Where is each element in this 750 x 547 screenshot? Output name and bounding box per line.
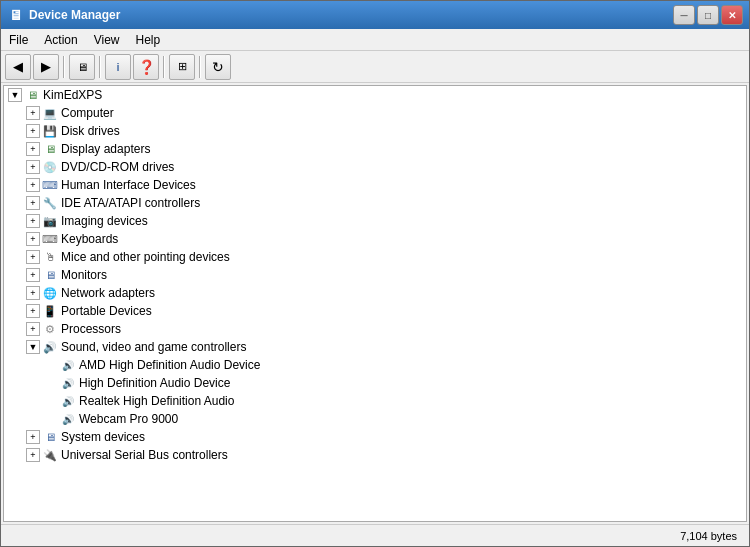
window-title: Device Manager — [29, 8, 120, 22]
monitors-icon: 🖥 — [42, 267, 58, 283]
disk-icon: 💾 — [42, 123, 58, 139]
amd-audio-label: AMD High Definition Audio Device — [79, 358, 260, 372]
disk-expand-icon[interactable]: + — [26, 124, 40, 138]
toolbar: ◀ ▶ 🖥 i ❓ ⊞ ↻ — [1, 51, 749, 83]
portable-expand-icon[interactable]: + — [26, 304, 40, 318]
tree-item-hid[interactable]: + ⌨ Human Interface Devices — [4, 176, 746, 194]
tree-item-imaging[interactable]: + 📷 Imaging devices — [4, 212, 746, 230]
sound-label: Sound, video and game controllers — [61, 340, 246, 354]
tree-item-amd-audio[interactable]: 🔊 AMD High Definition Audio Device — [4, 356, 746, 374]
title-buttons: ─ □ ✕ — [673, 5, 743, 25]
tree-panel[interactable]: ▼ 🖥 KimEdXPS + 💻 Computer + 💾 Disk drive… — [3, 85, 747, 522]
tree-item-display[interactable]: + 🖥 Display adapters — [4, 140, 746, 158]
monitors-expand-icon[interactable]: + — [26, 268, 40, 282]
tree-item-keyboards[interactable]: + ⌨ Keyboards — [4, 230, 746, 248]
close-button[interactable]: ✕ — [721, 5, 743, 25]
menu-bar: File Action View Help — [1, 29, 749, 51]
usb-icon: 🔌 — [42, 447, 58, 463]
refresh-button[interactable]: ↻ — [205, 54, 231, 80]
computer-icon: 💻 — [42, 105, 58, 121]
portable-label: Portable Devices — [61, 304, 152, 318]
help-button[interactable]: ❓ — [133, 54, 159, 80]
computer-label: Computer — [61, 106, 114, 120]
system-expand-icon[interactable]: + — [26, 430, 40, 444]
tree-item-sound[interactable]: ▼ 🔊 Sound, video and game controllers — [4, 338, 746, 356]
amd-audio-icon: 🔊 — [60, 357, 76, 373]
title-bar: 🖥 Device Manager ─ □ ✕ — [1, 1, 749, 29]
mice-expand-icon[interactable]: + — [26, 250, 40, 264]
sound-expand-icon[interactable]: ▼ — [26, 340, 40, 354]
keyboards-expand-icon[interactable]: + — [26, 232, 40, 246]
dvd-label: DVD/CD-ROM drives — [61, 160, 174, 174]
dvd-expand-icon[interactable]: + — [26, 160, 40, 174]
hid-icon: ⌨ — [42, 177, 58, 193]
menu-action[interactable]: Action — [36, 29, 85, 50]
root-icon: 🖥 — [24, 87, 40, 103]
processors-label: Processors — [61, 322, 121, 336]
tree-item-mice[interactable]: + 🖱 Mice and other pointing devices — [4, 248, 746, 266]
hid-expand-icon[interactable]: + — [26, 178, 40, 192]
tree-root[interactable]: ▼ 🖥 KimEdXPS — [4, 86, 746, 104]
ide-icon: 🔧 — [42, 195, 58, 211]
root-expand-icon[interactable]: ▼ — [8, 88, 22, 102]
tree-item-disk[interactable]: + 💾 Disk drives — [4, 122, 746, 140]
tree-item-webcam[interactable]: 🔊 Webcam Pro 9000 — [4, 410, 746, 428]
menu-view[interactable]: View — [86, 29, 128, 50]
tree-item-monitors[interactable]: + 🖥 Monitors — [4, 266, 746, 284]
tree-item-network[interactable]: + 🌐 Network adapters — [4, 284, 746, 302]
network-expand-icon[interactable]: + — [26, 286, 40, 300]
sound-icon: 🔊 — [42, 339, 58, 355]
forward-button[interactable]: ▶ — [33, 54, 59, 80]
root-label: KimEdXPS — [43, 88, 102, 102]
imaging-icon: 📷 — [42, 213, 58, 229]
window-icon: 🖥 — [9, 7, 23, 23]
menu-help[interactable]: Help — [128, 29, 169, 50]
back-button[interactable]: ◀ — [5, 54, 31, 80]
usb-label: Universal Serial Bus controllers — [61, 448, 228, 462]
tree-item-computer[interactable]: + 💻 Computer — [4, 104, 746, 122]
up-button[interactable]: 🖥 — [69, 54, 95, 80]
keyboards-label: Keyboards — [61, 232, 118, 246]
toolbar-separator-1 — [63, 56, 65, 78]
webcam-label: Webcam Pro 9000 — [79, 412, 178, 426]
disk-label: Disk drives — [61, 124, 120, 138]
dvd-icon: 💿 — [42, 159, 58, 175]
processors-expand-icon[interactable]: + — [26, 322, 40, 336]
tree-item-processors[interactable]: + ⚙ Processors — [4, 320, 746, 338]
imaging-expand-icon[interactable]: + — [26, 214, 40, 228]
system-label: System devices — [61, 430, 145, 444]
tree-item-dvd[interactable]: + 💿 DVD/CD-ROM drives — [4, 158, 746, 176]
title-bar-left: 🖥 Device Manager — [9, 7, 120, 23]
processors-icon: ⚙ — [42, 321, 58, 337]
main-area: ▼ 🖥 KimEdXPS + 💻 Computer + 💾 Disk drive… — [1, 83, 749, 524]
tree-item-portable[interactable]: + 📱 Portable Devices — [4, 302, 746, 320]
tree-item-realtek[interactable]: 🔊 Realtek High Definition Audio — [4, 392, 746, 410]
monitors-label: Monitors — [61, 268, 107, 282]
minimize-button[interactable]: ─ — [673, 5, 695, 25]
ide-expand-icon[interactable]: + — [26, 196, 40, 210]
display-label: Display adapters — [61, 142, 150, 156]
webcam-icon: 🔊 — [60, 411, 76, 427]
usb-expand-icon[interactable]: + — [26, 448, 40, 462]
tree-item-hd-audio[interactable]: 🔊 High Definition Audio Device — [4, 374, 746, 392]
tree-item-ide[interactable]: + 🔧 IDE ATA/ATAPI controllers — [4, 194, 746, 212]
realtek-label: Realtek High Definition Audio — [79, 394, 234, 408]
mice-label: Mice and other pointing devices — [61, 250, 230, 264]
hd-audio-label: High Definition Audio Device — [79, 376, 230, 390]
properties-button[interactable]: i — [105, 54, 131, 80]
view-button[interactable]: ⊞ — [169, 54, 195, 80]
computer-expand-icon[interactable]: + — [26, 106, 40, 120]
hd-audio-icon: 🔊 — [60, 375, 76, 391]
imaging-label: Imaging devices — [61, 214, 148, 228]
realtek-icon: 🔊 — [60, 393, 76, 409]
display-expand-icon[interactable]: + — [26, 142, 40, 156]
system-icon: 🖥 — [42, 429, 58, 445]
maximize-button[interactable]: □ — [697, 5, 719, 25]
menu-file[interactable]: File — [1, 29, 36, 50]
display-icon: 🖥 — [42, 141, 58, 157]
tree-item-usb[interactable]: + 🔌 Universal Serial Bus controllers — [4, 446, 746, 464]
network-label: Network adapters — [61, 286, 155, 300]
tree-item-system[interactable]: + 🖥 System devices — [4, 428, 746, 446]
toolbar-separator-2 — [99, 56, 101, 78]
status-bar: 7,104 bytes — [1, 524, 749, 546]
